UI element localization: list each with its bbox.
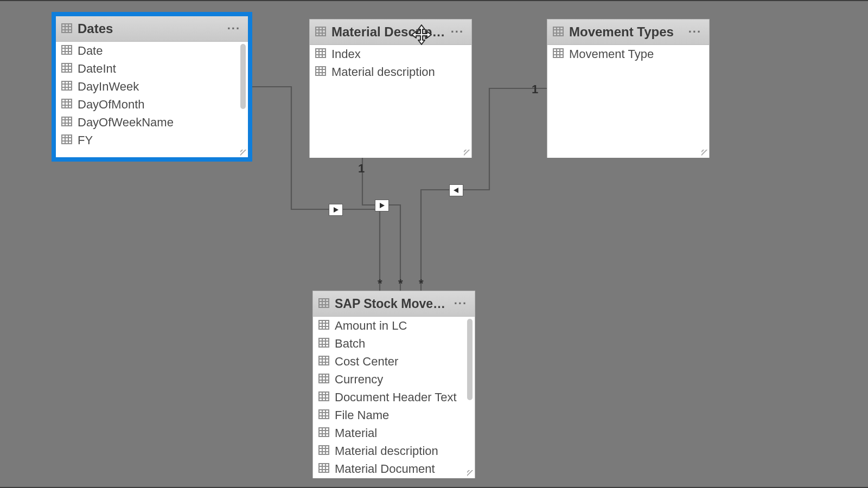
field-item[interactable]: Material Document [313, 460, 475, 478]
field-label: DayOfWeekName [78, 115, 174, 130]
column-icon [318, 390, 329, 404]
cardinality-one: 1 [358, 162, 365, 176]
table-more-menu[interactable]: ··· [686, 25, 704, 39]
svg-rect-105 [319, 464, 329, 472]
field-label: Material Document [335, 462, 435, 476]
svg-marker-110 [334, 207, 339, 213]
field-label: Amount in LC [335, 319, 407, 333]
column-icon [61, 133, 72, 147]
field-label: Material description [335, 444, 438, 458]
table-header[interactable]: Dates ··· [56, 16, 248, 42]
field-label: Material [335, 426, 377, 440]
filter-direction-icon [329, 204, 343, 216]
column-icon [61, 115, 72, 130]
svg-rect-50 [553, 27, 563, 36]
field-label: File Name [335, 408, 389, 422]
svg-rect-95 [319, 428, 329, 436]
table-dates[interactable]: Dates ··· Date DateInt DayInWeek DayOfMo… [56, 16, 248, 157]
table-header[interactable]: Material Description ··· [310, 20, 471, 45]
table-more-menu[interactable]: ··· [225, 22, 242, 36]
field-item[interactable]: Cost Center [313, 352, 475, 370]
field-item[interactable]: DayInWeek [56, 78, 248, 95]
field-item[interactable]: Date [56, 42, 248, 60]
table-sap-stock-movements[interactable]: SAP Stock Movements ··· Amount in LC Bat… [312, 291, 475, 478]
field-list[interactable]: Date DateInt DayInWeek DayOfMonth DayOfW… [56, 42, 248, 151]
field-item[interactable]: File Name [313, 406, 475, 424]
field-list[interactable]: Movement Type [547, 45, 709, 158]
field-label: Index [331, 47, 361, 61]
field-item[interactable]: Movement Type [547, 45, 709, 63]
field-item[interactable]: Material description [310, 63, 471, 81]
field-item[interactable]: DateInt [56, 60, 248, 78]
cardinality-many: * [419, 277, 424, 291]
svg-rect-20 [62, 99, 72, 108]
svg-rect-70 [319, 338, 329, 347]
field-label: DateInt [78, 62, 116, 76]
column-icon [318, 355, 329, 369]
cardinality-one: 1 [532, 82, 538, 97]
svg-rect-75 [319, 356, 329, 365]
svg-rect-40 [316, 49, 326, 57]
table-header[interactable]: Movement Types ··· [547, 20, 709, 45]
table-icon [318, 296, 329, 311]
resize-handle[interactable] [464, 150, 470, 156]
svg-rect-10 [62, 63, 72, 72]
table-dates-selection: Dates ··· Date DateInt DayInWeek DayOfMo… [52, 12, 252, 162]
column-icon [315, 47, 326, 61]
field-item[interactable]: Index [310, 45, 471, 63]
table-more-menu[interactable]: ··· [449, 25, 466, 39]
column-icon [318, 337, 329, 351]
svg-rect-45 [316, 67, 326, 75]
scrollbar[interactable] [240, 44, 246, 109]
field-label: DayOfMonth [78, 98, 145, 112]
field-item[interactable]: Document Header Text [313, 388, 475, 406]
svg-rect-90 [319, 410, 329, 419]
field-item[interactable]: DayOfWeekName [56, 113, 248, 131]
table-title: Movement Types [569, 24, 686, 40]
svg-rect-15 [62, 81, 72, 90]
model-canvas[interactable]: Dates ··· Date DateInt DayInWeek DayOfMo… [0, 0, 868, 488]
svg-rect-30 [62, 135, 72, 144]
field-label: DayInWeek [78, 80, 139, 94]
table-title: SAP Stock Movements [335, 297, 452, 311]
field-list[interactable]: Index Material description [310, 45, 471, 158]
table-material-description[interactable]: Material Description ··· Index Material … [309, 19, 472, 158]
svg-rect-100 [319, 446, 329, 454]
column-icon [61, 98, 72, 112]
resize-handle[interactable] [701, 150, 708, 156]
column-icon [61, 80, 72, 94]
column-icon [318, 373, 329, 387]
field-label: Batch [335, 337, 365, 351]
field-item[interactable]: Amount in LC [313, 317, 475, 335]
table-more-menu[interactable]: ··· [452, 297, 469, 311]
svg-rect-25 [62, 117, 72, 126]
table-movement-types[interactable]: Movement Types ··· Movement Type [547, 19, 710, 158]
table-header[interactable]: SAP Stock Movements ··· [313, 291, 475, 317]
column-icon [318, 319, 329, 333]
field-list[interactable]: Amount in LC Batch Cost Center Currency … [313, 317, 475, 478]
cardinality-many: * [398, 277, 403, 291]
field-item[interactable]: Currency [313, 370, 475, 388]
filter-direction-icon [375, 200, 389, 211]
field-item[interactable]: Material description [313, 442, 475, 460]
svg-marker-111 [380, 203, 385, 208]
svg-rect-35 [316, 27, 326, 36]
table-icon [315, 24, 326, 40]
field-label: Currency [335, 373, 383, 387]
resize-handle[interactable] [240, 150, 247, 156]
field-item[interactable]: DayOfMonth [56, 95, 248, 113]
scrollbar[interactable] [467, 319, 473, 400]
table-title: Dates [78, 21, 225, 36]
resize-handle[interactable] [467, 470, 474, 477]
field-item[interactable]: FY [56, 131, 248, 149]
svg-rect-65 [319, 320, 329, 329]
column-icon [318, 408, 329, 422]
field-label: FY [78, 133, 93, 147]
field-item[interactable]: Batch [313, 335, 475, 352]
field-item[interactable]: Material [313, 424, 475, 442]
column-icon [553, 47, 564, 61]
column-icon [318, 426, 329, 440]
column-icon [318, 462, 329, 476]
field-label: Document Header Text [335, 390, 457, 404]
cardinality-many: * [378, 277, 382, 291]
